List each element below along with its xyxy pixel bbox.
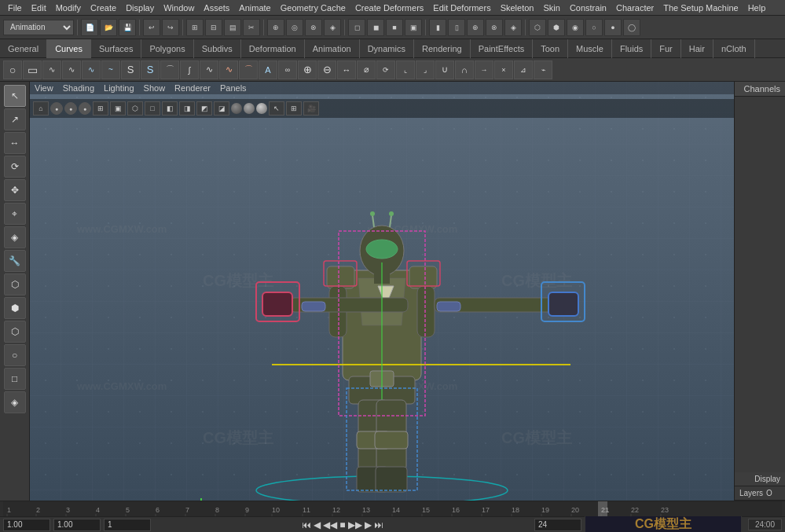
tb-render2[interactable]: ◼	[367, 19, 384, 36]
menu-help[interactable]: Help	[743, 2, 771, 13]
curve-3pt[interactable]: ⌒	[239, 61, 258, 79]
tb-render1[interactable]: ◻	[348, 19, 365, 36]
lt-light[interactable]: □	[4, 368, 26, 390]
menu-window[interactable]: Window	[159, 2, 199, 13]
play-back-btn[interactable]: ◀◀	[323, 519, 337, 530]
lt-move[interactable]: ↗	[4, 108, 26, 130]
tb-xform5[interactable]: ◈	[504, 19, 522, 36]
vt-q2[interactable]	[244, 103, 255, 114]
tb-lasso[interactable]: ⊟	[205, 19, 222, 36]
lt-universal[interactable]: ✥	[4, 179, 26, 201]
menu-modify[interactable]: Modify	[51, 2, 86, 13]
tab-surfaces[interactable]: Surfaces	[91, 39, 141, 58]
tb-render4[interactable]: ▣	[405, 19, 422, 36]
vt-wire[interactable]: □	[145, 101, 160, 116]
tab-painteffects[interactable]: PaintEffects	[471, 39, 534, 58]
time-field-1[interactable]	[3, 519, 50, 531]
tb-save[interactable]: 💾	[119, 19, 136, 36]
tb-xform4[interactable]: ⊗	[486, 19, 503, 36]
curve-ep2[interactable]: ~	[101, 61, 120, 79]
curve-text[interactable]: A	[259, 61, 277, 79]
tab-curves[interactable]: Curves	[47, 39, 91, 58]
curve-2pt[interactable]: ∿	[219, 61, 238, 79]
vt-mask[interactable]: ▣	[110, 101, 126, 116]
curve-bisect[interactable]: ⌁	[534, 61, 552, 79]
tab-fluids[interactable]: Fluids	[612, 39, 651, 58]
vp-menu-panels[interactable]: Panels	[220, 83, 247, 93]
vt-shade3[interactable]: ◩	[196, 101, 212, 116]
play-btn[interactable]: ▶▶	[348, 519, 362, 530]
curve-attach[interactable]: ∪	[435, 61, 454, 79]
time-field-2[interactable]	[53, 519, 101, 531]
menu-constrain[interactable]: Constrain	[565, 2, 611, 13]
tab-ncloth[interactable]: nCloth	[713, 39, 755, 58]
tb-xform1[interactable]: ▮	[429, 19, 446, 36]
vt-q1[interactable]	[231, 103, 242, 114]
vt-sel[interactable]: ⊞	[93, 101, 108, 116]
menu-geometry-cache[interactable]: Geometry Cache	[276, 2, 350, 13]
curve-reverse[interactable]: ↔	[337, 61, 356, 79]
tb-misc5[interactable]: ●	[604, 19, 622, 36]
frame-start-field[interactable]	[104, 519, 151, 531]
vt-cam-ctrl[interactable]: 🎥	[303, 101, 319, 116]
curve-bez1[interactable]: S	[121, 61, 140, 79]
vt-cam3[interactable]: ●	[79, 102, 91, 115]
lt-soft[interactable]: ⌖	[4, 203, 26, 225]
curve-ep1[interactable]: ∿	[82, 61, 101, 79]
tb-xform3[interactable]: ⊕	[467, 19, 484, 36]
tb-snap1[interactable]: ⊕	[267, 19, 284, 36]
prev-frame-btn[interactable]: ◀	[314, 519, 321, 530]
curve-insert[interactable]: →	[475, 61, 493, 79]
tb-new[interactable]: 📄	[81, 19, 98, 36]
lt-history[interactable]: ◈	[4, 226, 26, 248]
curve-offset[interactable]: ⌟	[416, 61, 435, 79]
curve-project[interactable]: ⊿	[514, 61, 533, 79]
vt-shade4[interactable]: ◪	[214, 101, 229, 116]
lt-rotate[interactable]: ↔	[4, 132, 26, 154]
lt-camera[interactable]: ○	[4, 344, 26, 366]
viewport[interactable]: www.CGMXW.com CG模型主 www.CGMXW.com CG模型主 …	[30, 82, 734, 501]
menu-edit-deformers[interactable]: Edit Deformers	[428, 2, 495, 13]
vt-obj[interactable]: ⬡	[127, 101, 143, 116]
menu-assets[interactable]: Assets	[199, 2, 234, 13]
curve-del[interactable]: ⊖	[317, 61, 336, 79]
tab-rendering[interactable]: Rendering	[414, 39, 471, 58]
curve-intersect[interactable]: ×	[494, 61, 513, 79]
menu-setup-machine[interactable]: The Setup Machine	[658, 2, 743, 13]
curve-rebuild[interactable]: ⟳	[376, 61, 395, 79]
tb-snap2[interactable]: ◎	[286, 19, 303, 36]
vt-home[interactable]: ⌂	[33, 101, 49, 116]
tab-subdivs[interactable]: Subdivs	[194, 39, 241, 58]
timeline-ruler[interactable]: 1 2 3 4 5 6 7 8 9 10 11 12 13 14 15 16 1…	[3, 501, 782, 516]
tb-render3[interactable]: ■	[386, 19, 403, 36]
tb-redo[interactable]: ↪	[162, 19, 179, 36]
vt-grid[interactable]: ⊞	[286, 101, 302, 116]
tb-snap4[interactable]: ◈	[324, 19, 341, 36]
tb-select[interactable]: ⊞	[186, 19, 204, 36]
next-key-btn[interactable]: ⏭	[374, 519, 383, 530]
vp-menu-view[interactable]: View	[35, 83, 53, 93]
tb-snap3[interactable]: ⊗	[305, 19, 322, 36]
tb-misc4[interactable]: ○	[585, 19, 603, 36]
menu-skeleton[interactable]: Skeleton	[496, 2, 539, 13]
curve-add[interactable]: ⊕	[298, 61, 317, 79]
curve-detach[interactable]: ∩	[455, 61, 474, 79]
tb-misc3[interactable]: ◉	[567, 19, 584, 36]
tb-misc1[interactable]: ⬡	[529, 19, 546, 36]
vt-cam1[interactable]: ●	[50, 102, 63, 115]
tb-xform2[interactable]: ▯	[448, 19, 465, 36]
tab-polygons[interactable]: Polygons	[141, 39, 193, 58]
menu-create-deformers[interactable]: Create Deformers	[350, 2, 428, 13]
tb-misc6[interactable]: ◯	[623, 19, 640, 36]
lt-tool2[interactable]: ⬡	[4, 273, 26, 295]
lt-select[interactable]: ↖	[4, 85, 26, 107]
vt-q3[interactable]	[256, 103, 267, 114]
tab-muscle[interactable]: Muscle	[568, 39, 612, 58]
menu-file[interactable]: File	[3, 2, 27, 13]
tb-paint[interactable]: ▤	[224, 19, 241, 36]
timeline[interactable]: 1 2 3 4 5 6 7 8 9 10 11 12 13 14 15 16 1…	[0, 501, 785, 516]
stop-btn[interactable]: ■	[339, 519, 345, 530]
curve-param[interactable]: ∞	[278, 61, 297, 79]
curve-arc1[interactable]: ⌒	[160, 61, 179, 79]
lt-scale[interactable]: ⟳	[4, 156, 26, 178]
